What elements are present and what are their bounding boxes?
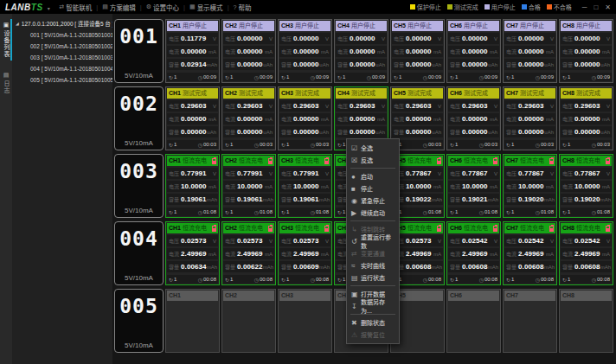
context-menu-item-delete-status[interactable]: ✖删除状态 xyxy=(347,316,399,329)
capacity-label: 容量 xyxy=(225,128,235,136)
device-display[interactable]: 0055V/10mA xyxy=(114,289,164,353)
channel-footer: ↻1◷00:03 xyxy=(223,140,274,149)
channel-card[interactable]: CH7 xyxy=(503,289,557,353)
channel-status: 用户停止 xyxy=(407,21,432,31)
context-menu-label: 实时曲线 xyxy=(361,261,385,270)
voltage-row: 电压0.77991V xyxy=(223,168,274,179)
maximize-button[interactable]: □ xyxy=(594,3,598,11)
elapsed-time: 00:03 xyxy=(484,142,497,147)
channel-card[interactable]: CH8用户停止电压0.00000V电流0.00000mA容量0.00000uAh… xyxy=(559,19,613,83)
tree-device-item[interactable]: 005 [ 5V/10mA-1.1-20180501005 ] xyxy=(16,74,111,86)
voltage-unit: V xyxy=(550,171,554,176)
context-menu-item-stop[interactable]: ■停止 xyxy=(347,182,399,195)
sidebar-tab-log[interactable]: ▤日志 xyxy=(0,68,12,98)
menu-item-settings-center[interactable]: ⚙设置中心 xyxy=(146,3,179,12)
context-menu-item-save-data-as[interactable]: ↧数据另存为... xyxy=(347,300,399,312)
channel-card[interactable]: CH6用户停止电压0.00000V电流0.00000mA容量0.00000uAh… xyxy=(446,19,501,83)
sidebar-tab-device-list[interactable]: ▣设备列表 xyxy=(0,18,12,61)
channel-card[interactable]: CH1恒流充电电压0.02573V电流2.49969mA容量0.00634mAh… xyxy=(165,221,220,285)
channel-card[interactable]: CH3测试完成电压0.29603V电流0.00000mA容量0.00000uAh… xyxy=(278,86,332,150)
voltage-label: 电压 xyxy=(337,102,348,110)
context-menu-item-run-status[interactable]: ▤运行状态 xyxy=(347,271,399,284)
voltage-unit: V xyxy=(550,239,554,244)
capacity-label: 容量 xyxy=(169,128,179,136)
voltage-row: 电压0.00000V xyxy=(279,33,330,44)
device-display[interactable]: 0015V/10mA xyxy=(114,19,164,83)
channel-card[interactable]: CH3恒流充电电压0.77991V电流10.0000mA容量0.19061mAh… xyxy=(278,154,332,218)
channel-card[interactable]: CH5用户停止电压0.00000V电流0.00000mA容量0.00000uAh… xyxy=(390,19,445,83)
voltage-unit: V xyxy=(269,104,273,109)
channel-card[interactable]: CH6测试完成电压0.29603V电流0.00000mA容量0.00000uAh… xyxy=(446,86,501,150)
legend-label: 不合格 xyxy=(554,3,572,11)
context-menu-label: 全选 xyxy=(361,144,373,152)
channel-card[interactable]: CH3 xyxy=(278,289,332,353)
close-button[interactable]: ✕ xyxy=(605,3,611,11)
menu-item-help[interactable]: ?帮助 xyxy=(234,3,252,12)
loop-count: 1 xyxy=(455,277,458,282)
channel-header: CH5测试完成 xyxy=(392,88,443,99)
tree-root-node[interactable]: ◢ 127.0.0.1:2001,2000 [ 连接设备5 台 ] xyxy=(16,18,111,29)
capacity-label: 容量 xyxy=(450,263,460,271)
channel-card[interactable]: CH8恒流充电电压0.77867V电流10.0000mA容量0.19020mAh… xyxy=(559,154,613,218)
logo-text-accent: TS xyxy=(31,3,43,12)
channel-card[interactable]: CH1 xyxy=(165,289,220,353)
voltage-value: 0.02573 xyxy=(293,237,325,245)
channel-header: CH7 xyxy=(504,291,555,301)
context-menu-label: 紧急停止 xyxy=(361,196,385,205)
channel-card[interactable]: CH7测试完成电压0.29603V电流0.00000mA容量0.00000uAh… xyxy=(503,86,557,150)
minimize-button[interactable]: ─ xyxy=(582,3,587,11)
context-menu-item-select-all[interactable]: ☑全选 xyxy=(347,142,399,154)
channel-card[interactable]: CH8 xyxy=(559,289,613,353)
channel-card[interactable]: CH7用户停止电压0.00000V电流0.00000mA容量0.00000uAh… xyxy=(503,19,557,83)
current-value: 0.00000 xyxy=(293,48,321,55)
channel-card[interactable]: CH1用户停止电压0.11779V电流0.00000mA容量0.02914mAh… xyxy=(165,19,220,83)
tree-device-item[interactable]: 002 [ 5V/10mA-1.1-20180501002 ] xyxy=(16,41,111,52)
context-menu-item-start[interactable]: ●启动 xyxy=(347,170,399,182)
device-display[interactable]: 0045V/10mA xyxy=(114,221,164,285)
channel-card[interactable]: CH1恒流充电电压0.77991V电流10.0000mA容量0.19061mAh… xyxy=(165,154,220,218)
menu-item-scheme-edit[interactable]: ▤方案编辑 xyxy=(102,3,136,12)
context-menu-item-continue-start[interactable]: ▶继续启动 xyxy=(347,207,399,219)
channel-card[interactable]: CH2 xyxy=(221,289,276,353)
channel-card[interactable]: CH2恒流充电电压0.77991V电流10.0000mA容量0.19061mAh… xyxy=(221,154,276,218)
channel-card[interactable]: CH6 xyxy=(446,289,501,353)
channel-card[interactable]: CH2恒流充电电压0.02573V电流2.49969mA容量0.00622mAh… xyxy=(221,221,276,285)
channel-card[interactable]: CH7恒流充电电压0.02542V电流2.49969mA容量0.00608mAh… xyxy=(503,221,557,285)
tree-device-item[interactable]: 003 [ 5V/10mA-1.1-20180501003 ] xyxy=(16,52,111,63)
menu-item-smart-connect[interactable]: ⇄智能联机 xyxy=(59,3,92,12)
tree-device-item[interactable]: 001 [ 5V/10mA-1.1-20180501001 ] xyxy=(16,29,111,41)
menu-item-display-mode[interactable]: ▦显示模式 xyxy=(189,3,223,12)
channel-card[interactable]: CH8恒流充电电压0.02542V电流2.49969mA容量0.00608mAh… xyxy=(559,221,613,285)
context-menu-item-emergency-stop[interactable]: ◉紧急停止 xyxy=(347,195,399,207)
elapsed-time: 00:09 xyxy=(541,74,554,80)
current-label: 电流 xyxy=(394,48,404,55)
context-menu-item-realtime-curve[interactable]: ≈实时曲线 xyxy=(347,259,399,271)
channel-card[interactable]: CH6恒流充电电压0.02542V电流2.49969mA容量0.00608mAh… xyxy=(446,221,501,285)
channel-card[interactable]: CH2测试完成电压0.29603V电流0.00000mA容量0.00000uAh… xyxy=(221,86,276,150)
device-display[interactable]: 0035V/10mA xyxy=(114,154,164,218)
device-display[interactable]: 0025V/10mA xyxy=(114,86,164,150)
capacity-label: 容量 xyxy=(394,61,404,68)
context-menu-item-invert-selection[interactable]: ☒反选 xyxy=(347,154,399,166)
channel-card[interactable]: CH6恒流充电电压0.77867V电流10.0000mA容量0.19021mAh… xyxy=(446,154,501,218)
context-menu-item-reset-run-params[interactable]: ↺重置运行参数 xyxy=(347,235,399,247)
capacity-value: 0.00000 xyxy=(518,128,544,136)
capacity-row: 容量0.00000uAh xyxy=(561,59,612,70)
voltage-row: 电压0.77991V xyxy=(167,168,218,179)
elapsed-time: 01:08 xyxy=(260,209,273,214)
channel-card[interactable]: CH1测试完成电压0.29603V电流0.00000mA容量0.00000uAh… xyxy=(165,86,220,150)
tree-expand-icon[interactable]: ◢ xyxy=(16,18,19,29)
realtime-curve-icon: ≈ xyxy=(351,262,361,270)
channel-card[interactable]: CH2用户停止电压0.00000V电流0.00000mA容量0.00000uAh… xyxy=(221,19,276,83)
channel-card[interactable]: CH3用户停止电压0.00000V电流0.00000mA容量0.00000uAh… xyxy=(278,19,332,83)
channel-status: 恒流充电 xyxy=(520,223,544,233)
tree-device-item[interactable]: 004 [ 5V/10mA-1.1-20180501004 ] xyxy=(16,63,111,74)
channel-card[interactable]: CH3恒流充电电压0.02573V电流2.49969mA容量0.00609mAh… xyxy=(278,221,332,285)
capacity-unit: mAh xyxy=(207,265,217,270)
channel-card[interactable]: CH7恒流充电电压0.77867V电流10.0000mA容量0.19020mAh… xyxy=(503,154,557,218)
channel-card[interactable]: CH4用户停止电压0.00000V电流0.00000mA容量0.00000uAh… xyxy=(334,19,388,83)
clock-icon: ◷ xyxy=(479,209,484,215)
channel-card[interactable]: CH8测试完成电压0.29603V电流0.00000mA容量0.00000uAh… xyxy=(559,86,613,150)
elapsed-time: 00:03 xyxy=(428,142,441,147)
capacity-unit: uAh xyxy=(319,130,329,135)
